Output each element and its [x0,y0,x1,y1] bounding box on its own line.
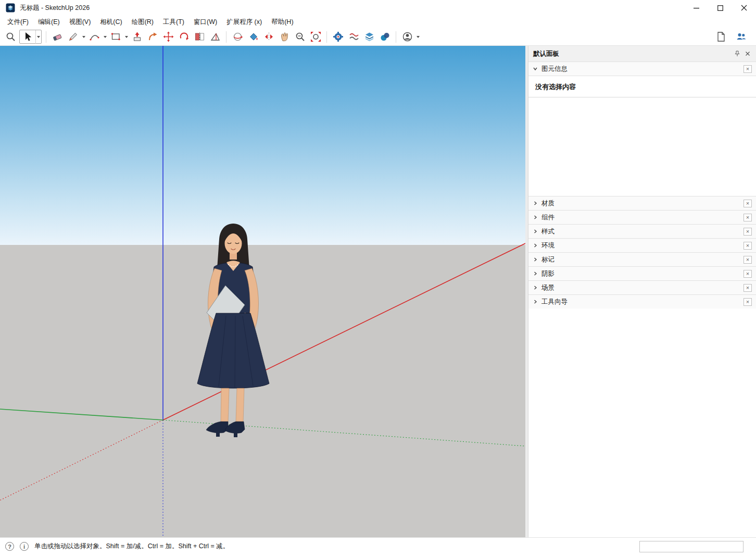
toolbar-right-group [713,30,753,44]
section-scenes[interactable]: 场景 × [528,280,756,294]
flip-icon [194,31,205,42]
orbit-icon [232,31,243,42]
extension-warehouse-button[interactable] [346,30,361,44]
section-styles[interactable]: 样式 × [528,224,756,238]
menu-help[interactable]: 帮助(H) [267,17,298,28]
section-instructor[interactable]: 工具向导 × [528,294,756,309]
section-label: 组件 [541,213,555,222]
chevron-right-icon [533,243,538,248]
flip-tool-button[interactable] [192,30,207,44]
push-pull-icon [132,31,143,42]
section-environment[interactable]: 环境 × [528,238,756,252]
account-dropdown[interactable] [415,30,421,44]
menu-tools[interactable]: 工具(T) [158,17,189,28]
menu-window[interactable]: 窗口(W) [189,17,222,28]
toolbar-separator [396,31,396,43]
section-components[interactable]: 组件 × [528,210,756,224]
close-entity-info-button[interactable]: × [744,65,752,73]
model-viewport[interactable] [0,46,525,537]
menu-extensions[interactable]: 扩展程序 (x) [222,17,267,28]
close-shadows-button[interactable]: × [744,270,752,278]
share-collaborate-button[interactable] [733,30,749,44]
arc-icon [89,31,100,42]
pan-tool-button[interactable] [276,30,292,44]
close-icon [741,5,747,11]
push-pull-tool-button[interactable] [129,30,145,44]
section-label: 材质 [541,199,555,208]
section-tags[interactable]: 标记 × [528,252,756,266]
close-components-button[interactable]: × [744,214,752,221]
shapes-tool-dropdown[interactable] [123,30,129,44]
scale-figure[interactable] [197,224,269,437]
arc-tool-button[interactable] [86,30,102,44]
pin-tray-button[interactable] [733,50,741,58]
drawing-axes [0,46,525,537]
layers-button[interactable] [361,30,377,44]
section-label: 阴影 [541,269,555,278]
follow-me-tool-button[interactable] [145,30,160,44]
3d-warehouse-button[interactable] [330,30,346,44]
menu-camera[interactable]: 相机(C) [95,17,127,28]
close-scenes-button[interactable]: × [744,284,752,292]
layers-icon [364,31,375,42]
zoom-tool-button[interactable] [292,30,308,44]
close-materials-button[interactable]: × [744,200,752,207]
new-document-button[interactable] [713,30,728,44]
menu-view[interactable]: 视图(V) [65,17,96,28]
chevron-down-icon [533,66,538,71]
rotate-tool-button[interactable] [176,30,192,44]
mirror-tool-button[interactable] [261,30,276,44]
section-label: 样式 [541,227,555,236]
select-tool-dropdown[interactable] [35,30,41,44]
close-window-button[interactable] [732,0,756,16]
close-environment-button[interactable]: × [744,242,752,250]
section-label: 图元信息 [541,65,568,73]
tray-title: 默认面板 [533,50,559,58]
account-button[interactable] [399,30,415,44]
sketchup-logo-icon [6,3,15,13]
orbit-tool-button[interactable] [230,30,245,44]
chevron-down-icon [104,36,107,38]
menu-file[interactable]: 文件(F) [3,17,33,28]
select-tool-button[interactable] [20,30,35,44]
chevron-right-icon [533,201,538,206]
shapes-tool-button[interactable] [108,30,123,44]
search-icon [5,31,16,42]
info-icon[interactable]: i [20,542,29,551]
menu-draw[interactable]: 绘图(R) [127,17,158,28]
section-entity-info[interactable]: 图元信息 × [528,61,756,76]
line-tool-dropdown[interactable] [81,30,86,44]
main-toolbar [0,28,756,46]
close-instructor-button[interactable]: × [744,298,752,306]
section-shadows[interactable]: 阴影 × [528,266,756,280]
paint-bucket-tool-button[interactable] [245,30,261,44]
move-tool-button[interactable] [160,30,176,44]
menu-edit[interactable]: 编辑(E) [33,17,65,28]
section-label: 工具向导 [541,298,568,306]
help-icon[interactable]: ? [5,542,14,551]
components-button[interactable] [377,30,393,44]
zoom-extents-icon [310,31,321,42]
mirror-icon [263,31,274,42]
eraser-tool-button[interactable] [49,30,65,44]
menu-bar: 文件(F) 编辑(E) 视图(V) 相机(C) 绘图(R) 工具(T) 窗口(W… [0,16,756,28]
green-axis-solid [0,409,163,420]
tape-measure-tool-button[interactable] [207,30,223,44]
maximize-button[interactable] [708,0,732,16]
measurements-input[interactable] [639,541,744,552]
minimize-button[interactable] [684,0,708,16]
entity-info-empty-message: 没有选择内容 [528,76,756,97]
zoom-extents-tool-button[interactable] [308,30,323,44]
arc-tool-dropdown[interactable] [102,30,108,44]
line-tool-button[interactable] [65,30,81,44]
figure-left-heel [216,431,220,437]
toolbar-separator [326,31,327,43]
close-tags-button[interactable]: × [744,256,752,264]
close-tray-button[interactable] [744,50,751,58]
move-icon [163,31,174,42]
search-tool-button[interactable] [3,30,18,44]
account-icon [402,31,413,42]
components-icon [380,31,390,42]
section-materials[interactable]: 材质 × [528,196,756,210]
close-styles-button[interactable]: × [744,228,752,236]
